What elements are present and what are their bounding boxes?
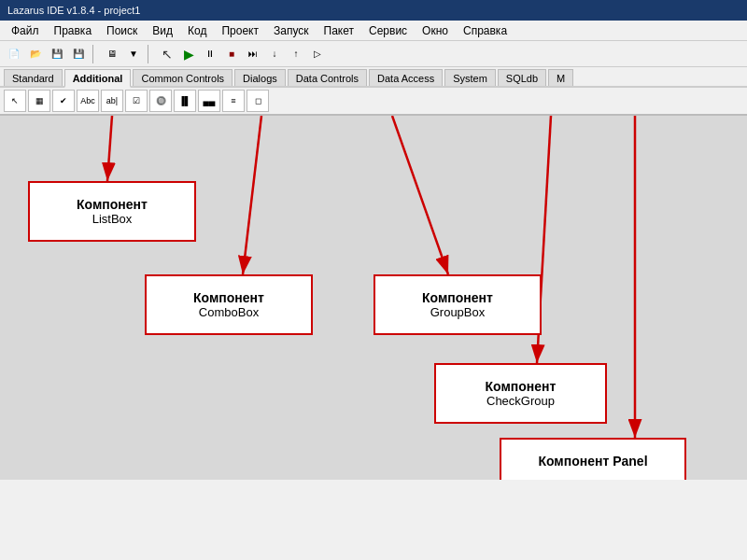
menu-item-проект[interactable]: Проект bbox=[214, 22, 266, 39]
tb-down[interactable]: ▼ bbox=[123, 44, 144, 64]
menu-item-справка[interactable]: Справка bbox=[456, 22, 514, 39]
toolbar-row-1: 📄 📂 💾 💾 🖥 ▼ ↖ ▶ ⏸ ■ ⏭ ↓ ↑ ▷ bbox=[0, 41, 747, 67]
menu-item-поиск[interactable]: Поиск bbox=[99, 22, 145, 39]
title-text: Lazarus IDE v1.8.4 - project1 bbox=[7, 5, 140, 16]
comp-sub-combobox: ComboBox bbox=[199, 305, 259, 319]
menu-bar: ФайлПравкаПоискВидКодПроектЗапускПакетСе… bbox=[0, 21, 747, 41]
tb-run[interactable]: ▶ bbox=[178, 44, 199, 64]
title-bar: Lazarus IDE v1.8.4 - project1 bbox=[0, 0, 747, 21]
menu-item-окно[interactable]: Окно bbox=[415, 22, 456, 39]
menu-item-файл[interactable]: Файл bbox=[4, 22, 47, 39]
menu-item-сервис[interactable]: Сервис bbox=[361, 22, 415, 39]
tab-standard[interactable]: Standard bbox=[4, 69, 63, 86]
svg-line-0 bbox=[107, 116, 112, 181]
svg-line-1 bbox=[243, 116, 261, 274]
sep1 bbox=[92, 45, 98, 63]
menu-item-правка[interactable]: Правка bbox=[47, 22, 100, 39]
comp-title-checkgroup: Компонент bbox=[486, 379, 557, 394]
palette-row: ↖▦✔Abcab|☑🔘▐▌▄▄≡◻ bbox=[0, 88, 747, 116]
tb-step-out[interactable]: ↑ bbox=[286, 44, 306, 64]
palette-icon-1[interactable]: ▦ bbox=[28, 90, 50, 112]
svg-line-2 bbox=[392, 116, 448, 274]
palette-icon-3[interactable]: Abc bbox=[77, 90, 99, 112]
palette-icon-5[interactable]: ☑ bbox=[125, 90, 148, 112]
tb-new[interactable]: 📄 bbox=[4, 44, 24, 64]
comp-box-checkgroup[interactable]: КомпонентCheckGroup bbox=[434, 363, 607, 424]
main-canvas: КомпонентListBoxКомпонентComboBoxКомпоне… bbox=[0, 116, 747, 480]
tb-step-into[interactable]: ↓ bbox=[264, 44, 285, 64]
palette-icon-8[interactable]: ▄▄ bbox=[198, 90, 220, 112]
menu-item-код[interactable]: Код bbox=[180, 22, 214, 39]
tb-run-to[interactable]: ▷ bbox=[307, 44, 328, 64]
comp-box-combobox[interactable]: КомпонентComboBox bbox=[145, 274, 313, 335]
menu-item-запуск[interactable]: Запуск bbox=[266, 22, 317, 39]
comp-title-listbox: Компонент bbox=[77, 197, 148, 212]
tab-additional[interactable]: Additional bbox=[64, 69, 132, 88]
comp-box-panel[interactable]: Компонент Panel bbox=[500, 438, 686, 480]
tb-save[interactable]: 💾 bbox=[47, 44, 67, 64]
comp-sub-groupbox: GroupBox bbox=[430, 305, 486, 319]
palette-icon-9[interactable]: ≡ bbox=[222, 90, 245, 112]
tb-step-over[interactable]: ⏭ bbox=[243, 44, 263, 64]
tab-data-controls[interactable]: Data Controls bbox=[288, 69, 367, 86]
tab-data-access[interactable]: Data Access bbox=[369, 69, 443, 86]
tb-pointer[interactable]: ↖ bbox=[157, 44, 177, 64]
palette-icon-4[interactable]: ab| bbox=[101, 90, 123, 112]
comp-title-groupbox: Компонент bbox=[422, 290, 493, 305]
tb-monitor[interactable]: 🖥 bbox=[102, 44, 122, 64]
tab-bar: StandardAdditionalCommon ControlsDialogs… bbox=[0, 67, 747, 88]
tb-pause[interactable]: ⏸ bbox=[200, 44, 220, 64]
tab-common-controls[interactable]: Common Controls bbox=[133, 69, 233, 86]
sep2 bbox=[148, 45, 153, 63]
comp-box-listbox[interactable]: КомпонентListBox bbox=[28, 181, 196, 242]
menu-item-вид[interactable]: Вид bbox=[145, 22, 180, 39]
tab-system[interactable]: System bbox=[444, 69, 496, 86]
comp-sub-checkgroup: CheckGroup bbox=[486, 394, 555, 408]
tab-sqldb[interactable]: SQLdb bbox=[498, 69, 546, 86]
palette-icon-2[interactable]: ✔ bbox=[52, 90, 75, 112]
comp-box-groupbox[interactable]: КомпонентGroupBox bbox=[374, 274, 542, 335]
palette-icon-6[interactable]: 🔘 bbox=[149, 90, 172, 112]
menu-item-пакет[interactable]: Пакет bbox=[317, 22, 361, 39]
tab-dialogs[interactable]: Dialogs bbox=[234, 69, 286, 86]
tb-save-all[interactable]: 💾 bbox=[68, 44, 89, 64]
palette-icon-10[interactable]: ◻ bbox=[247, 90, 269, 112]
comp-title-panel: Компонент Panel bbox=[538, 454, 647, 469]
tab-m[interactable]: M bbox=[548, 69, 573, 86]
tb-open[interactable]: 📂 bbox=[25, 44, 46, 64]
tb-stop[interactable]: ■ bbox=[221, 44, 242, 64]
palette-icon-7[interactable]: ▐▌ bbox=[174, 90, 196, 112]
comp-title-combobox: Компонент bbox=[193, 290, 264, 305]
comp-sub-listbox: ListBox bbox=[92, 212, 133, 226]
palette-icon-0[interactable]: ↖ bbox=[4, 90, 26, 112]
